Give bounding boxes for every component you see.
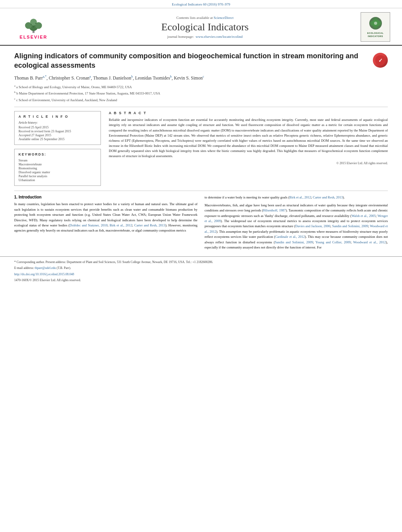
keyword-1: Stream: [19, 159, 97, 162]
ref-walsh[interactable]: Walsh et al., 2005: [352, 214, 376, 218]
keyword-5: Parallel factor analysis: [19, 174, 97, 178]
journal-ref: Ecological Indicators 60 (2016) 970–979: [172, 2, 230, 6]
email-line: E-mail address: tbparr@udel.edu (T.B. Pa…: [14, 266, 388, 271]
accepted-date: Accepted 27 August 2015: [19, 133, 97, 137]
journal-header: ELSEVIER Contents lists available at Sci…: [0, 8, 402, 46]
author-name: Thomas B. Parr: [14, 76, 43, 80]
author-name-5: Kevin S. Simon: [174, 76, 203, 80]
main-body: 1. Introduction In many countries, legis…: [14, 195, 388, 252]
affil-a: a a School of Biology and Ecology, Unive…: [14, 84, 388, 90]
footnote-section: * Corresponding author. Present address:…: [0, 256, 402, 286]
keywords-heading: Keywords:: [19, 152, 97, 156]
section-divider-2: [14, 191, 388, 191]
right-col-paragraph-1: to determine if a water body is meeting …: [205, 195, 388, 200]
author-name-3: Thomas J. Danielson: [93, 76, 131, 80]
article-body: Aligning indicators of community composi…: [0, 46, 402, 256]
ref-woodward-2[interactable]: Woodward et al., 2012: [353, 240, 386, 244]
journal-center: Contents lists available at ScienceDirec…: [55, 16, 355, 39]
copyright-line: © 2015 Elsevier Ltd. All rights reserved…: [109, 161, 388, 165]
eco-logo-text: ECOLOGICALINDICATORS: [367, 32, 384, 37]
article-history-label: Article history:: [19, 121, 97, 124]
available-date: Available online 25 September 2015: [19, 137, 97, 141]
eco-logo-icon: [366, 16, 385, 32]
contents-line: Contents lists available at ScienceDirec…: [55, 16, 355, 20]
author-name-4: Leonidas Tsomides: [135, 76, 170, 80]
keyword-3: Biomonitoring: [19, 167, 97, 170]
right-col-paragraph-2: Macroinvertebrates, fish, and algae have…: [205, 203, 388, 250]
article-info-heading: A R T I C L E I N F O: [19, 115, 97, 119]
section-divider-1: [14, 107, 388, 107]
keyword-6: Urbanization: [19, 178, 97, 182]
main-col-left: 1. Introduction In many countries, legis…: [14, 195, 197, 252]
abstract-text: Reliable and inexpensive indicators of e…: [109, 117, 388, 159]
svg-point-11: [374, 22, 377, 25]
svg-point-7: [33, 26, 34, 27]
elsevier-tree-icon: [22, 15, 45, 35]
author-email-link[interactable]: tbparr@udel.edu: [35, 266, 56, 270]
ref-hilsenhoff[interactable]: Hilsenhoff, 1987: [263, 208, 286, 212]
eco-indicators-logo: ECOLOGICALINDICATORS: [361, 12, 390, 42]
homepage-line: journal homepage: www.elsevier.com/locat…: [55, 35, 355, 39]
author-name-2: Christopher S. Cronan: [49, 76, 89, 80]
article-title-section: Aligning indicators of community composi…: [14, 51, 388, 70]
ref-young[interactable]: Young and Collier, 2009: [315, 240, 350, 244]
corresponding-author: * Corresponding author. Present address:…: [14, 260, 388, 265]
ref-birk-2[interactable]: Birk et al., 2012: [289, 195, 311, 199]
author-sup-a: a,*: [43, 75, 47, 78]
main-col-right: to determine if a water body is meeting …: [205, 195, 388, 252]
affil-b: b b Maine Department of Environmental Pr…: [14, 90, 388, 96]
journal-logo-right: ECOLOGICALINDICATORS: [355, 12, 390, 42]
page: Ecological Indicators 60 (2016) 970–979 …: [0, 0, 402, 286]
abstract-heading: A B S T R A C T: [109, 111, 388, 115]
keyword-4: Dissolved organic matter: [19, 171, 97, 174]
received-revised-date: Received in revised form 23 August 2015: [19, 130, 97, 133]
affil-c: c c School of Environment, University of…: [14, 97, 388, 103]
journal-title-display: Ecological Indicators: [55, 21, 355, 33]
ref-birk[interactable]: Birk et al., 2012: [110, 223, 132, 227]
ref-davies[interactable]: Davies and Jackson, 2006: [295, 224, 330, 228]
article-title: Aligning indicators of community composi…: [14, 51, 373, 70]
intro-heading: 1. Introduction: [14, 195, 197, 199]
crossmark-badge[interactable]: ✓: [373, 53, 388, 68]
col-left: A R T I C L E I N F O Article history: R…: [14, 111, 101, 186]
top-bar: Ecological Indicators 60 (2016) 970–979: [0, 0, 402, 8]
ref-sandin[interactable]: Sandin and Solimini, 2009: [332, 224, 368, 228]
svg-point-5: [30, 24, 32, 25]
svg-text:✓: ✓: [378, 57, 383, 63]
elsevier-logo: ELSEVIER: [12, 15, 55, 39]
ref-cardinale[interactable]: Cardinale et al., 2012: [275, 235, 305, 239]
ref-sandin-2[interactable]: Sandin and Solimini, 2009: [275, 240, 313, 244]
ref-carter-2[interactable]: Carter and Resh, 2013: [313, 195, 343, 199]
journal-homepage-link[interactable]: www.elsevier.com/locate/ecolind: [195, 35, 242, 39]
article-info-abstract-section: A R T I C L E I N F O Article history: R…: [14, 111, 388, 186]
issn-line: 1470-160X/© 2015 Elsevier Ltd. All right…: [14, 278, 388, 283]
elsevier-label: ELSEVIER: [20, 35, 47, 39]
keyword-2: Macroinvertebrate: [19, 163, 97, 166]
doi-link[interactable]: http://dx.doi.org/10.1016/j.ecolind.2015…: [14, 272, 74, 276]
keywords-box: Keywords: Stream Macroinvertebrate Biomo…: [14, 149, 101, 186]
affiliations: a a School of Biology and Ecology, Unive…: [14, 84, 388, 103]
col-right: A B S T R A C T Reliable and inexpensive…: [109, 111, 388, 186]
doi-line: http://dx.doi.org/10.1016/j.ecolind.2015…: [14, 272, 388, 277]
svg-point-6: [35, 22, 36, 24]
sciencedirect-link[interactable]: ScienceDirect: [214, 16, 233, 20]
ref-dolédec[interactable]: Dolédec and Statzner, 2010: [70, 223, 108, 227]
authors-line: Thomas B. Parra,*, Christopher S. Cronan…: [14, 74, 388, 82]
crossmark-icon: ✓: [375, 55, 386, 66]
intro-paragraph-1: In many countries, legislation has been …: [14, 202, 197, 234]
ref-carter[interactable]: Carter and Resh, 2013: [134, 223, 166, 227]
received-date: Received 25 April 2015: [19, 126, 97, 129]
article-info-box: A R T I C L E I N F O Article history: R…: [14, 111, 101, 145]
